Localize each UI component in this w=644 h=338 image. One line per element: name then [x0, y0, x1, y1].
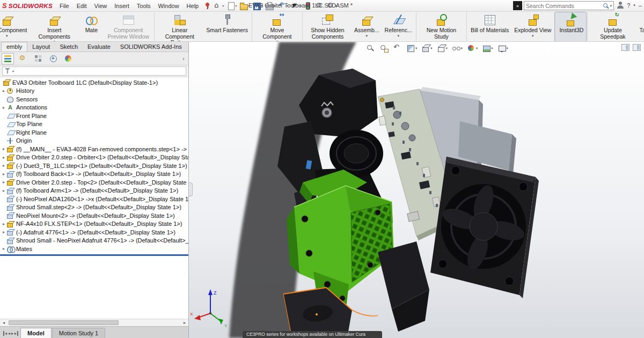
- hud-button[interactable]: [379, 44, 389, 53]
- tree-item[interactable]: ▸ Mates: [0, 245, 188, 253]
- expand-arrow-icon[interactable]: ▸: [1, 222, 6, 226]
- hud-button[interactable]: ▾: [406, 44, 417, 53]
- hud-button[interactable]: ▾: [467, 44, 478, 53]
- tree-item[interactable]: ▸ (f) Toolboard Arm<1> -> (Default<<Defa…: [0, 187, 188, 195]
- panel-tab[interactable]: [47, 53, 59, 64]
- last-tab-icon[interactable]: ▸: [14, 331, 18, 336]
- ribbon-button[interactable]: Move Component ▾: [252, 12, 301, 41]
- ribbon-button[interactable]: Bill of Materials: [466, 12, 511, 41]
- hud-button[interactable]: ▾: [421, 44, 432, 53]
- expand-arrow-icon[interactable]: ▸: [1, 180, 6, 185]
- ribbon-button[interactable]: New Motion Study: [416, 12, 465, 41]
- expand-arrow-icon[interactable]: ▸: [1, 163, 6, 168]
- magnifier-icon[interactable]: [603, 3, 609, 9]
- expand-pane-icon[interactable]: [633, 44, 641, 51]
- scroll-right-icon[interactable]: ▸: [181, 320, 188, 325]
- ribbon-button[interactable]: Mate: [79, 12, 104, 41]
- scroll-left-icon[interactable]: ◂: [0, 320, 8, 325]
- ribbon-button[interactable]: Edit Component ▾: [0, 12, 30, 41]
- hud-button[interactable]: ▾: [482, 44, 493, 53]
- next-tab-icon[interactable]: ▸: [11, 331, 13, 336]
- expand-arrow-icon[interactable]: ▸: [1, 230, 6, 234]
- ribbon-button[interactable]: Exploded View ▾: [511, 12, 554, 41]
- ribbon-button[interactable]: Linear Component Pattern ▾: [154, 12, 203, 41]
- tree-item[interactable]: ▸ (f) Toolboard Back<1> -> (Default<<Def…: [0, 170, 188, 179]
- expand-arrow-icon[interactable]: ▸: [1, 246, 6, 251]
- tree-item[interactable]: ▸ History: [0, 87, 188, 95]
- search-commands-input[interactable]: [526, 3, 602, 9]
- ribbon-button[interactable]: Assemb... ▾: [352, 12, 382, 41]
- expand-arrow-icon[interactable]: ▸: [1, 146, 6, 151]
- ribbon-button[interactable]: Update Speedpak: [587, 12, 636, 41]
- ribbon-button[interactable]: Component Preview Window: [104, 12, 153, 41]
- menu-item[interactable]: File: [56, 1, 73, 11]
- hud-button[interactable]: [366, 44, 375, 53]
- menu-item[interactable]: Edit: [73, 1, 91, 11]
- tree-horizontal-scrollbar[interactable]: ◂ ▸: [0, 319, 188, 326]
- tree-root-item[interactable]: EVA3 Orbiter Toolboard 1LC (Default<Disp…: [0, 78, 188, 87]
- tree-item[interactable]: Shroud Small - NeoPixel Adafruit 4776<1>…: [0, 237, 188, 245]
- tree-item[interactable]: Right Plane: [0, 128, 188, 137]
- expand-search-icon[interactable]: »: [513, 1, 522, 10]
- tree-item[interactable]: Front Plane: [0, 112, 188, 120]
- expand-arrow-icon[interactable]: ▸: [1, 188, 6, 193]
- command-tab[interactable]: SOLIDWORKS Add-Ins: [115, 42, 187, 52]
- expand-arrow-icon[interactable]: ▸: [1, 172, 6, 177]
- command-tab[interactable]: Evaluate: [83, 42, 115, 52]
- prev-tab-icon[interactable]: ◂: [8, 331, 10, 336]
- tree-item[interactable]: Origin: [0, 137, 188, 145]
- menu-item[interactable]: Insert: [111, 1, 133, 11]
- panel-tab[interactable]: [2, 53, 14, 64]
- user-account-icon[interactable]: [617, 2, 624, 9]
- panel-tab[interactable]: [17, 53, 29, 64]
- panel-tab[interactable]: [32, 53, 44, 64]
- tree-filter-field[interactable]: ▾: [2, 67, 186, 76]
- expand-arrow-icon[interactable]: ▸: [1, 155, 6, 160]
- ribbon-button[interactable]: Smart Fasteners: [203, 12, 251, 41]
- caret-down-icon[interactable]: ▾: [610, 4, 612, 8]
- tree-item[interactable]: ▸ (f) __MAIN__ - EVA3-4028 Fan-removed c…: [0, 145, 188, 153]
- command-tab[interactable]: Sketch: [55, 42, 83, 52]
- menu-item[interactable]: Tools: [133, 1, 155, 11]
- tree-item[interactable]: ▸ Drive Orbiter 2.0.step - Orbiter<1> (D…: [0, 153, 188, 162]
- first-tab-icon[interactable]: ◂: [3, 331, 7, 336]
- tree-item[interactable]: ▸ (-) Adafruit 4776<1> -> (Default<<Defa…: [0, 228, 188, 237]
- command-tab[interactable]: embly: [1, 42, 27, 52]
- expand-arrow-icon[interactable]: ▸: [1, 105, 6, 110]
- command-tab[interactable]: Layout: [27, 42, 55, 52]
- panel-tab[interactable]: [62, 53, 74, 64]
- help-button[interactable]: ?: [627, 2, 630, 9]
- graphics-area[interactable]: Z X Y: [189, 42, 644, 338]
- ribbon-button[interactable]: Instant3D: [555, 12, 586, 41]
- tree-item[interactable]: ▸ Annotations: [0, 104, 188, 112]
- hud-button[interactable]: [393, 44, 402, 53]
- help-caret-icon[interactable]: ▾: [633, 3, 635, 8]
- menu-item[interactable]: View: [91, 1, 111, 11]
- scrollbar-thumb[interactable]: [9, 320, 119, 325]
- ribbon-button[interactable]: Insert Components ▾: [30, 12, 79, 41]
- hud-button[interactable]: ▾: [497, 44, 508, 53]
- tree-item[interactable]: Top Plane: [0, 120, 188, 129]
- rollback-bar[interactable]: [0, 254, 188, 256]
- tree-item[interactable]: ▸ Drive Orbiter 2.0.step - Top<2> (Defau…: [0, 178, 188, 187]
- tree-item[interactable]: (-) NeoPixel ADA1260<1> ->x (Default<<De…: [0, 195, 188, 203]
- panel-expand-chevron-icon[interactable]: ›: [182, 56, 187, 62]
- ribbon-button[interactable]: Referenc... ▾: [382, 12, 415, 41]
- expand-arrow-icon[interactable]: ▸: [1, 89, 6, 93]
- minimize-button[interactable]: –: [639, 2, 642, 9]
- ribbon-button[interactable]: Show Hidden Components: [302, 12, 352, 41]
- collapse-pane-icon[interactable]: [621, 44, 630, 51]
- hud-button[interactable]: ▾: [437, 44, 448, 53]
- tree-item[interactable]: Sensors: [0, 95, 188, 104]
- tree-item[interactable]: ▸ NF-A4x10 FLX.STEP<1> (Default<<Default…: [0, 220, 188, 229]
- scrollbar-track[interactable]: [8, 319, 181, 326]
- model-tab[interactable]: Motion Study 1: [52, 328, 105, 338]
- ribbon-button[interactable]: Take Snapshot: [636, 12, 644, 41]
- tree-item[interactable]: Shroud Small.step<2> -> (Default<<Defaul…: [0, 203, 188, 212]
- 3d-model-view[interactable]: Z X Y: [189, 42, 644, 338]
- panel-splitter-handle[interactable]: [189, 182, 193, 196]
- model-tab[interactable]: Model: [20, 328, 52, 338]
- tree-item[interactable]: NeoPixel Mount<2> -> (Default<<Default>_…: [0, 211, 188, 220]
- hud-button[interactable]: ▾: [452, 44, 463, 53]
- tree-item[interactable]: ▸ (-) Duet3_TB_1LC.step<1> (Default<<Def…: [0, 161, 188, 170]
